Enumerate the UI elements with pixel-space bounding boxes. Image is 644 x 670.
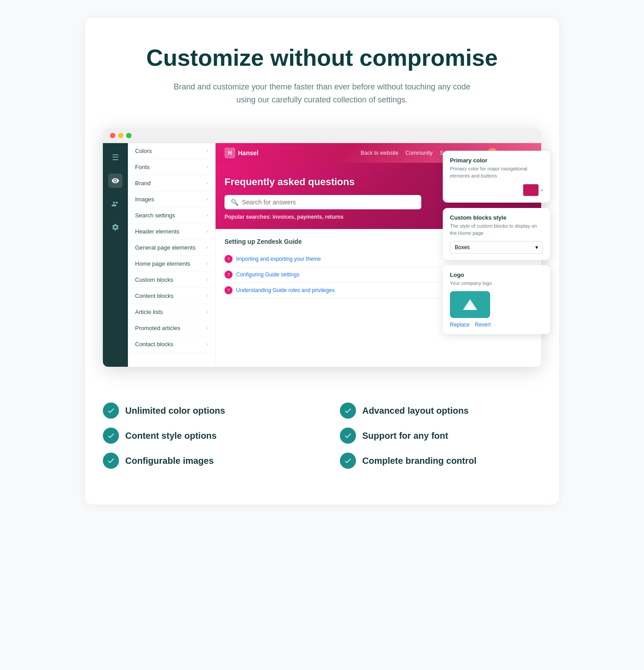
settings-item-label: Search settings (135, 212, 175, 219)
settings-item-label: Promoted articles (135, 325, 180, 331)
settings-item-fonts[interactable]: Fonts› (128, 159, 215, 175)
settings-item-label: Content blocks (135, 293, 174, 299)
feature-item: Unlimited color options (103, 403, 304, 419)
zd-nav-back[interactable]: Back to website (361, 150, 398, 156)
settings-item-chevron: › (207, 181, 208, 186)
zd-logo-icon: H (225, 148, 235, 158)
settings-item-custom-blocks[interactable]: Custom blocks› (128, 272, 215, 288)
search-input[interactable] (242, 199, 415, 206)
eye-icon[interactable] (108, 174, 123, 188)
settings-item-label: Images (135, 196, 154, 203)
color-picker-row: ▾ (450, 184, 543, 196)
settings-item-chevron: › (207, 261, 208, 266)
feature-label: Advanced layout options (362, 406, 469, 416)
feature-label: Support for any font (362, 431, 448, 441)
settings-item-chevron: › (207, 310, 208, 314)
blocks-style-select[interactable]: Boxes ▾ (450, 241, 543, 254)
popular-label: Popular searches: (225, 214, 271, 220)
popup-primary-color-desc: Primary color for major navigational ele… (450, 165, 543, 179)
settings-item-search-settings[interactable]: Search settings› (128, 208, 215, 224)
browser-dot-yellow (118, 133, 123, 138)
article-title: Understanding Guide roles and privileges (236, 287, 335, 293)
article-icon: ? (225, 255, 233, 263)
feature-item: Complete branding control (340, 453, 541, 469)
zd-logo: H Hansel (225, 148, 258, 158)
popup-logo-desc: Your company logo (450, 280, 543, 287)
settings-item-chevron: › (207, 229, 208, 234)
check-icon (340, 453, 356, 469)
feature-item: Advanced layout options (340, 403, 541, 419)
sidebar-dark: ☰ (103, 143, 128, 367)
feature-item: Content style options (103, 428, 304, 444)
settings-item-chevron: › (207, 197, 208, 202)
article-title: Configuring Guide settings (236, 271, 299, 278)
article-icon: ? (225, 271, 233, 279)
popup-primary-color: Primary color Primary color for major na… (443, 151, 550, 203)
zd-logo-text: Hansel (238, 149, 258, 157)
browser-bar (103, 128, 541, 143)
check-icon (340, 428, 356, 444)
settings-item-chevron: › (207, 148, 208, 153)
popup-custom-blocks: Custom blocks style The style of custom … (443, 208, 550, 260)
settings-item-content-blocks[interactable]: Content blocks› (128, 288, 215, 304)
settings-item-general-page[interactable]: General page elements› (128, 240, 215, 256)
settings-item-colors[interactable]: Colors› (128, 143, 215, 159)
settings-item-label: Custom blocks (135, 276, 173, 283)
floating-popups: Primary color Primary color for major na… (443, 151, 550, 334)
check-icon (103, 403, 119, 419)
settings-item-label: Brand (135, 180, 151, 187)
menu-icon[interactable]: ☰ (108, 150, 123, 165)
settings-item-label: Home page elements (135, 260, 191, 267)
popup-custom-blocks-desc: The style of custom blocks to display on… (450, 223, 543, 237)
settings-item-images[interactable]: Images› (128, 191, 215, 208)
settings-item-chevron: › (207, 326, 208, 331)
search-icon: 🔍 (231, 199, 238, 206)
settings-item-chevron: › (207, 213, 208, 218)
logo-actions: Replace Revert (450, 322, 543, 328)
select-chevron-icon: ▾ (535, 244, 538, 250)
logo-box (450, 291, 490, 318)
page-subtitle: Brand and customize your theme faster th… (170, 81, 474, 106)
settings-panel: Colors›Fonts›Brand›Images›Search setting… (128, 143, 216, 367)
popup-custom-blocks-title: Custom blocks style (450, 214, 543, 221)
settings-item-contact-blocks[interactable]: Contact blocks› (128, 336, 215, 352)
replace-button[interactable]: Replace (450, 322, 470, 328)
page-title: Customize without compromise (103, 45, 541, 72)
page-wrapper: Customize without compromise Brand and c… (85, 18, 559, 505)
settings-item-label: Colors (135, 148, 152, 154)
browser-dot-green (126, 133, 131, 138)
settings-item-home-page[interactable]: Home page elements› (128, 256, 215, 272)
zd-search-box[interactable]: 🔍 (225, 195, 421, 209)
settings-item-promoted-articles[interactable]: Promoted articles› (128, 320, 215, 336)
settings-item-chevron: › (207, 293, 208, 298)
popup-logo-title: Logo (450, 271, 543, 278)
settings-item-label: Article lists (135, 309, 163, 315)
feature-label: Configurable images (125, 456, 214, 466)
check-icon (340, 403, 356, 419)
blocks-style-value: Boxes (455, 244, 470, 250)
settings-item-brand[interactable]: Brand› (128, 175, 215, 191)
features-grid: Unlimited color options Advanced layout … (103, 403, 541, 469)
article-icon: ? (225, 286, 233, 294)
settings-item-article-lists[interactable]: Article lists› (128, 304, 215, 320)
settings-item-label: General page elements (135, 244, 195, 251)
settings-item-label: Fonts (135, 164, 150, 170)
settings-item-header-elements[interactable]: Header elements› (128, 224, 215, 240)
feature-item: Configurable images (103, 453, 304, 469)
color-chevron-icon: ▾ (541, 188, 543, 193)
check-icon (103, 428, 119, 444)
gear-icon[interactable] (108, 220, 123, 234)
popup-primary-color-title: Primary color (450, 157, 543, 164)
color-swatch[interactable] (523, 184, 539, 196)
article-title: Importing and exporting your theme (236, 256, 321, 262)
feature-item: Support for any font (340, 428, 541, 444)
feature-label: Content style options (125, 431, 216, 441)
settings-item-chevron: › (207, 165, 208, 170)
revert-button[interactable]: Revert (475, 322, 491, 328)
zd-nav-community[interactable]: Community (406, 150, 433, 156)
settings-item-chevron: › (207, 277, 208, 282)
popular-terms: invoices, payments, returns (272, 214, 343, 220)
popup-logo: Logo Your company logo Replace Revert (443, 265, 550, 334)
feature-label: Complete branding control (362, 456, 477, 466)
users-icon[interactable] (108, 197, 123, 211)
